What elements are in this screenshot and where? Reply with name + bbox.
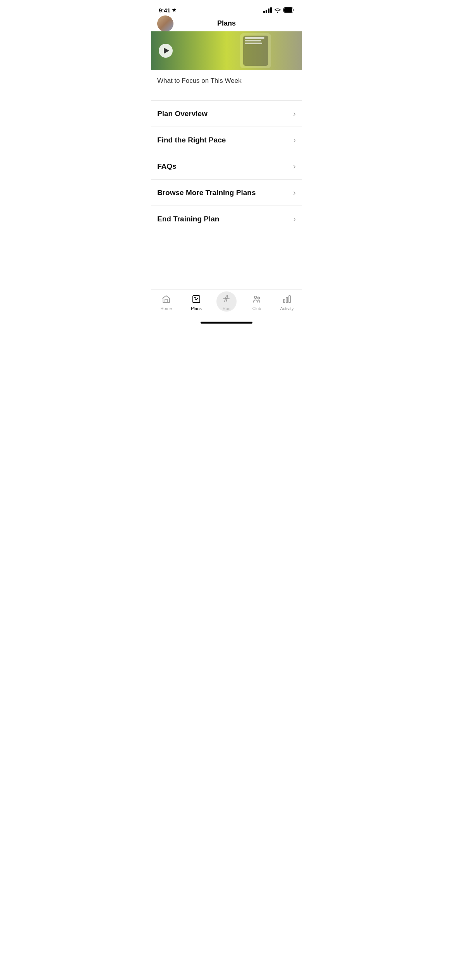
svg-rect-7: [283, 299, 285, 303]
tab-item-run[interactable]: Run: [211, 294, 242, 311]
hero-image[interactable]: [151, 31, 302, 70]
status-time: 9:41: [159, 7, 177, 14]
page-title: Plans: [217, 19, 236, 27]
status-icons: [263, 7, 294, 13]
signal-bars-icon: [263, 7, 272, 13]
menu-item-find-right-pace[interactable]: Find the Right Pace ›: [151, 127, 302, 153]
menu-list: Plan Overview › Find the Right Pace › FA…: [151, 94, 302, 290]
club-icon: [251, 294, 262, 305]
svg-rect-2: [193, 296, 200, 303]
tab-label-home: Home: [160, 306, 172, 311]
status-bar: 9:41: [151, 0, 302, 17]
chevron-right-icon: ›: [293, 162, 296, 171]
tab-label-activity: Activity: [280, 306, 294, 311]
menu-item-label: Find the Right Pace: [157, 136, 226, 144]
menu-item-label: Plan Overview: [157, 110, 208, 118]
menu-item-label: FAQs: [157, 162, 177, 171]
tab-item-activity[interactable]: Activity: [272, 294, 302, 311]
chevron-right-icon: ›: [293, 109, 296, 118]
avatar[interactable]: [157, 15, 173, 32]
chevron-right-icon: ›: [293, 135, 296, 144]
menu-item-end-training-plan[interactable]: End Training Plan ›: [151, 206, 302, 232]
battery-icon: [283, 7, 294, 13]
tab-item-club[interactable]: Club: [242, 294, 272, 311]
svg-point-6: [258, 297, 260, 299]
plans-icon: [191, 294, 202, 305]
menu-item-browse-more-training-plans[interactable]: Browse More Training Plans ›: [151, 180, 302, 206]
tab-label-plans: Plans: [191, 306, 202, 311]
svg-point-4: [227, 296, 228, 297]
menu-item-faqs[interactable]: FAQs ›: [151, 153, 302, 180]
hero-phone: [240, 33, 271, 68]
location-icon: [172, 8, 177, 12]
tab-item-plans[interactable]: Plans: [181, 294, 211, 311]
svg-rect-9: [289, 296, 290, 303]
wifi-icon: [274, 7, 281, 13]
nav-bar: Plans: [151, 17, 302, 31]
tab-label-club: Club: [252, 306, 261, 311]
svg-rect-1: [284, 8, 292, 12]
play-button[interactable]: [159, 44, 173, 58]
run-icon: [221, 294, 232, 305]
play-triangle-icon: [164, 48, 169, 54]
menu-item-label: End Training Plan: [157, 215, 219, 223]
menu-item-label: Browse More Training Plans: [157, 188, 256, 197]
menu-item-plan-overview[interactable]: Plan Overview ›: [151, 100, 302, 127]
activity-icon: [281, 294, 292, 305]
tab-item-home[interactable]: Home: [151, 294, 181, 311]
chevron-right-icon: ›: [293, 188, 296, 197]
section-heading: What to Focus on This Week: [151, 70, 302, 85]
home-indicator: [151, 319, 302, 327]
svg-point-5: [254, 296, 257, 298]
home-icon: [161, 294, 172, 305]
svg-rect-8: [286, 297, 288, 303]
tab-bar: Home Plans Run Club Activity: [151, 290, 302, 319]
chevron-right-icon: ›: [293, 214, 296, 223]
